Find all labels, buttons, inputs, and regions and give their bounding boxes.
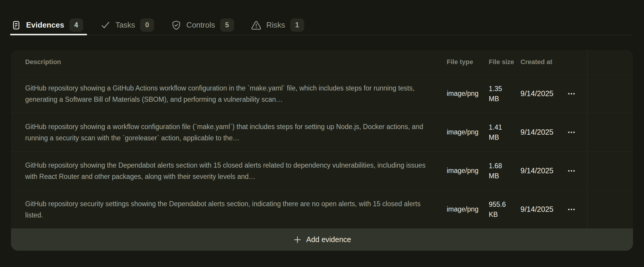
ellipsis-icon <box>567 128 576 137</box>
notebook-icon <box>11 20 21 30</box>
evidence-file-type: image/png <box>447 205 489 213</box>
table-header-row: Description File type File size Created … <box>11 50 633 74</box>
evidence-created-at: 9/14/2025 <box>520 205 565 214</box>
check-icon <box>100 20 110 30</box>
table-row[interactable]: GitHub repository showing a GitHub Actio… <box>11 74 633 113</box>
column-header-file-type: File type <box>447 58 489 66</box>
actions-column-divider <box>587 50 588 228</box>
evidence-file-size: 955.6 KB <box>489 199 520 220</box>
tab-count-badge: 1 <box>290 18 304 32</box>
tab-count-badge: 4 <box>69 18 83 32</box>
active-tab-indicator <box>10 34 87 35</box>
evidence-file-size: 1.68 MB <box>489 161 520 181</box>
evidence-file-type: image/png <box>447 167 489 175</box>
row-menu-button[interactable] <box>565 126 578 139</box>
ellipsis-icon <box>567 205 576 214</box>
tab-controls[interactable]: Controls 5 <box>171 18 234 32</box>
row-menu-button[interactable] <box>565 203 578 216</box>
tab-label: Risks <box>266 20 285 30</box>
tab-bar: Evidences 4 Tasks 0 Controls 5 <box>11 0 633 35</box>
plus-icon <box>293 235 302 244</box>
tab-count-badge: 5 <box>220 18 234 32</box>
shield-check-icon <box>171 20 181 30</box>
tab-label: Controls <box>186 20 215 30</box>
ellipsis-icon <box>567 166 576 175</box>
add-evidence-label: Add evidence <box>306 235 351 244</box>
column-header-created-at: Created at <box>520 58 565 66</box>
tab-count-badge: 0 <box>140 18 154 32</box>
evidence-created-at: 9/14/2025 <box>520 89 565 98</box>
tab-label: Evidences <box>26 20 64 30</box>
evidence-file-size: 1.41 MB <box>489 122 520 142</box>
row-menu-button[interactable] <box>565 87 578 100</box>
evidence-description: GitHub repository showing a GitHub Actio… <box>25 82 447 105</box>
evidence-file-size: 1.35 MB <box>489 84 520 104</box>
evidence-file-type: image/png <box>447 90 489 98</box>
evidence-description: GitHub repository showing the Dependabot… <box>25 160 447 182</box>
add-evidence-button[interactable]: Add evidence <box>11 228 633 251</box>
tab-evidences[interactable]: Evidences 4 <box>11 18 83 32</box>
tab-risks[interactable]: Risks 1 <box>251 18 304 32</box>
tab-label: Tasks <box>116 20 135 30</box>
evidence-description: GitHub repository showing a workflow con… <box>25 121 447 144</box>
evidence-created-at: 9/14/2025 <box>520 128 565 136</box>
warning-triangle-icon <box>251 20 261 30</box>
ellipsis-icon <box>567 89 576 98</box>
column-header-file-size: File size <box>489 58 520 66</box>
table-row[interactable]: GitHub repository showing a workflow con… <box>11 113 633 151</box>
evidence-file-type: image/png <box>447 128 489 136</box>
evidence-created-at: 9/14/2025 <box>520 166 565 175</box>
column-header-description: Description <box>25 58 447 66</box>
evidences-table-card: Description File type File size Created … <box>11 50 633 251</box>
evidence-description: GitHub repository security settings show… <box>25 198 447 221</box>
table-row[interactable]: GitHub repository security settings show… <box>11 190 633 228</box>
table-row[interactable]: GitHub repository showing the Dependabot… <box>11 151 633 190</box>
row-menu-button[interactable] <box>565 164 578 177</box>
tab-tasks[interactable]: Tasks 0 <box>100 18 154 32</box>
